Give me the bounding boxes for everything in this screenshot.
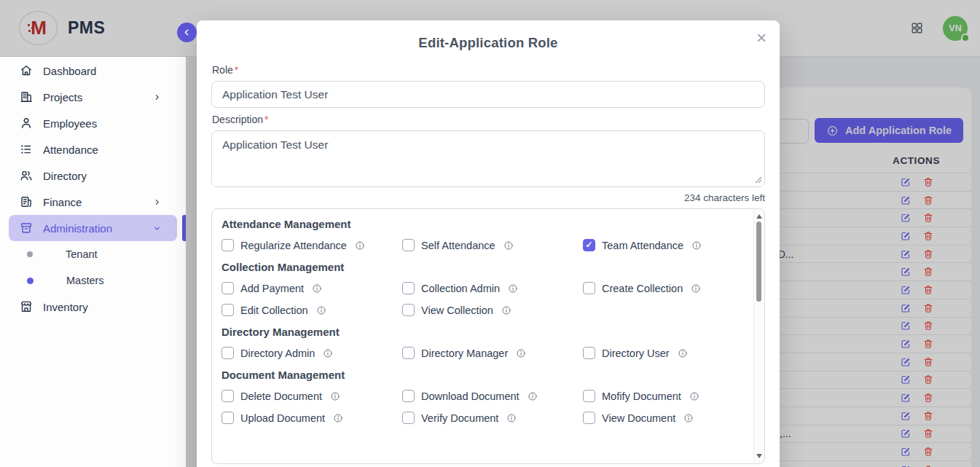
permission-group-attendance-management: Attendance ManagementRegularize Attendan… [222, 218, 748, 251]
info-icon[interactable] [689, 391, 699, 401]
sidebar-subitem-masters[interactable]: Masters [9, 267, 177, 294]
checkbox[interactable] [402, 239, 415, 251]
permission-mofify-document[interactable]: Mofify Document [583, 390, 748, 402]
attendance-icon [19, 142, 34, 157]
permission-directory-admin[interactable]: Directory Admin [222, 347, 402, 359]
sidebar-item-directory[interactable]: Directory [9, 162, 177, 189]
info-icon[interactable] [312, 283, 322, 294]
checkbox[interactable] [402, 347, 415, 359]
sidebar-item-label: Dashboard [43, 65, 96, 77]
permission-label: Directory User [602, 348, 670, 359]
checkbox[interactable] [222, 390, 234, 402]
info-icon[interactable] [355, 240, 365, 251]
info-icon[interactable] [323, 348, 333, 358]
required-asterisk: * [264, 114, 268, 125]
checkbox[interactable] [583, 239, 595, 251]
sidebar-item-dashboard[interactable]: Dashboard [9, 58, 177, 84]
sidebar-item-finance[interactable]: Finance [9, 189, 177, 215]
permissions-list: Attendance ManagementRegularize Attendan… [212, 209, 748, 463]
permission-label: Delete Document [240, 391, 322, 402]
info-icon[interactable] [330, 391, 340, 401]
permission-create-collection[interactable]: Create Collection [583, 282, 748, 294]
permission-delete-document[interactable]: Delete Document [222, 390, 402, 402]
scrollbar-track[interactable] [753, 210, 764, 463]
chevron-left-icon [182, 28, 192, 37]
permission-group-collection-management: Collection ManagementAdd PaymentCollecti… [222, 261, 748, 316]
permission-add-payment[interactable]: Add Payment [222, 282, 402, 294]
permission-edit-collection[interactable]: Edit Collection [222, 304, 402, 316]
sidebar-item-label: Finance [43, 196, 82, 208]
info-icon[interactable] [528, 391, 538, 401]
chevron-right-icon [153, 198, 161, 206]
permission-group-title: Collection Management [222, 261, 748, 273]
sidebar-item-inventory[interactable]: Inventory [9, 294, 177, 320]
sidebar-item-label: Administration [43, 222, 112, 235]
close-icon[interactable]: × [752, 25, 771, 51]
permission-directory-manager[interactable]: Directory Manager [402, 347, 583, 359]
permission-download-document[interactable]: Download Document [402, 390, 583, 402]
info-icon[interactable] [333, 413, 343, 423]
checkbox[interactable] [222, 304, 234, 316]
permission-label: Verify Document [421, 412, 498, 424]
checkbox[interactable] [583, 390, 595, 402]
permission-view-document[interactable]: View Document [583, 412, 748, 424]
permission-self-attendance[interactable]: Self Attendance [402, 239, 583, 251]
description-textarea[interactable]: Application Test User [211, 130, 765, 187]
info-icon[interactable] [501, 305, 511, 315]
info-icon[interactable] [516, 348, 526, 358]
checkbox[interactable] [402, 412, 415, 424]
finance-icon [19, 195, 34, 209]
checkbox[interactable] [222, 347, 234, 359]
info-icon[interactable] [691, 283, 701, 294]
projects-icon [19, 90, 34, 104]
checkbox[interactable] [583, 412, 595, 424]
permission-label: Download Document [421, 391, 520, 402]
resize-grip-icon[interactable] [755, 176, 762, 184]
info-icon[interactable] [506, 413, 517, 423]
permission-group-title: Directory Management [222, 326, 748, 338]
permission-group-title: Document Management [222, 369, 748, 381]
checkbox[interactable] [402, 390, 415, 402]
info-icon[interactable] [508, 283, 518, 294]
permissions-panel: Attendance ManagementRegularize Attendan… [211, 208, 765, 464]
checkbox[interactable] [583, 282, 595, 294]
scroll-down-icon[interactable] [756, 454, 762, 458]
role-label: Role* [212, 64, 765, 76]
dashboard-icon [19, 63, 34, 78]
scroll-up-icon[interactable] [756, 214, 762, 219]
sidebar-subitem-label: Tenant [66, 248, 98, 260]
sidebar-subitem-label: Masters [66, 275, 104, 286]
checkbox[interactable] [222, 412, 234, 424]
sidebar: DashboardProjectsEmployeesAttendanceDire… [0, 57, 186, 467]
permission-upload-document[interactable]: Upload Document [222, 412, 402, 424]
sidebar-item-projects[interactable]: Projects [9, 84, 177, 110]
sidebar-collapse-button[interactable] [177, 23, 197, 42]
info-icon[interactable] [503, 240, 514, 251]
checkbox[interactable] [222, 239, 234, 251]
sidebar-subitem-tenant[interactable]: Tenant [9, 241, 177, 267]
sidebar-item-employees[interactable]: Employees [9, 110, 177, 136]
checkbox[interactable] [583, 347, 595, 359]
permission-label: Directory Admin [240, 348, 315, 359]
permission-directory-user[interactable]: Directory User [583, 347, 748, 359]
sidebar-item-attendance[interactable]: Attendance [9, 136, 177, 162]
info-icon[interactable] [683, 413, 694, 423]
role-input[interactable] [211, 81, 765, 108]
checkbox[interactable] [222, 282, 234, 294]
permission-collection-admin[interactable]: Collection Admin [402, 282, 583, 294]
permission-view-collection[interactable]: View Collection [402, 304, 583, 316]
checkbox[interactable] [402, 282, 415, 294]
inventory-icon [19, 299, 34, 314]
checkbox[interactable] [402, 304, 415, 316]
info-icon[interactable] [691, 240, 702, 251]
permission-team-attendance[interactable]: Team Attendance [583, 239, 748, 251]
info-icon[interactable] [316, 305, 326, 315]
scroll-thumb[interactable] [756, 221, 761, 302]
permission-label: Regularize Attendance [240, 240, 347, 251]
permission-regularize-attendance[interactable]: Regularize Attendance [222, 239, 402, 251]
permission-verify-document[interactable]: Verify Document [402, 412, 583, 424]
sidebar-item-label: Projects [43, 91, 82, 103]
info-icon[interactable] [678, 348, 688, 358]
permission-label: Mofify Document [602, 391, 681, 402]
sidebar-item-administration[interactable]: Administration [9, 215, 177, 241]
